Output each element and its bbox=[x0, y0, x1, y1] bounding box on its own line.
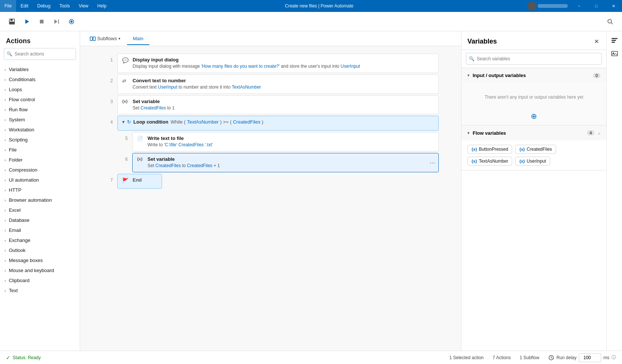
svg-rect-15 bbox=[612, 42, 615, 43]
step-card-2[interactable]: ⇄ Convert text to number Convert text Us… bbox=[117, 74, 439, 94]
svg-rect-6 bbox=[58, 19, 59, 24]
var-section-flow: ▾ Flow variables 4 ⬦ {x}ButtonPressed{x}… bbox=[461, 125, 606, 170]
close-button[interactable]: ✕ bbox=[605, 0, 622, 12]
menu-debug[interactable]: Debug bbox=[33, 0, 55, 12]
step-desc-var1-3: CreatedFiles bbox=[140, 105, 166, 111]
run-button[interactable] bbox=[21, 16, 33, 28]
side-variables-icon[interactable] bbox=[609, 34, 621, 46]
run-delay-group: Run delay ms ⓘ bbox=[548, 353, 616, 362]
subflows-icon bbox=[90, 36, 96, 42]
actions-search-icon: 🔍 bbox=[7, 51, 12, 57]
step-var1-5: CreatedFiles bbox=[178, 142, 204, 147]
var-chip-icon: {x} bbox=[472, 159, 477, 163]
search-button[interactable] bbox=[604, 16, 616, 28]
window-title: Create new files | Power Automate bbox=[111, 3, 527, 9]
var-section-flow-chevron-icon: ▾ bbox=[467, 131, 470, 135]
action-group-outlook[interactable]: ›Outlook bbox=[0, 245, 80, 255]
tab-main[interactable]: Main bbox=[127, 33, 149, 45]
step-more-button-6[interactable]: ⋯ bbox=[429, 159, 435, 166]
action-group-mouse-and-keyboard[interactable]: ›Mouse and keyboard bbox=[0, 265, 80, 275]
run-delay-input[interactable] bbox=[579, 353, 601, 362]
action-group-email[interactable]: ›Email bbox=[0, 225, 80, 235]
subflows-label: Subflows bbox=[97, 36, 117, 41]
flow-step-7: 7 🚩 End bbox=[102, 174, 439, 189]
variables-close-button[interactable]: ✕ bbox=[593, 36, 600, 47]
var-section-flow-count: 4 bbox=[587, 130, 594, 135]
var-section-io-count: 0 bbox=[593, 73, 600, 78]
menu-help[interactable]: Help bbox=[93, 0, 111, 12]
step-desc-prefix-2: Convert text bbox=[133, 84, 158, 90]
variables-search-input[interactable] bbox=[466, 53, 602, 65]
record-button[interactable] bbox=[66, 16, 77, 28]
run-delay-info-icon[interactable]: ⓘ bbox=[612, 354, 616, 361]
action-group-exchange[interactable]: ›Exchange bbox=[0, 235, 80, 245]
step-card-5[interactable]: 📄 Write text to file Write to 'C:\file' … bbox=[132, 132, 439, 151]
minimize-button[interactable]: − bbox=[571, 0, 588, 12]
svg-rect-2 bbox=[10, 22, 14, 24]
menu-file[interactable]: File bbox=[0, 0, 16, 12]
action-group-scripting[interactable]: ›Scripting bbox=[0, 135, 80, 145]
svg-rect-1 bbox=[10, 19, 13, 21]
action-group-excel[interactable]: ›Excel bbox=[0, 205, 80, 215]
var-empty-message: There aren't any input or output variabl… bbox=[467, 87, 600, 107]
action-group-variables[interactable]: ›Variables bbox=[0, 64, 80, 74]
action-group-folder[interactable]: ›Folder bbox=[0, 155, 80, 165]
action-group-flow-control[interactable]: ›Flow control bbox=[0, 95, 80, 105]
var-chip-textasnumber[interactable]: {x}TextAsNumber bbox=[467, 157, 512, 166]
var-add-button[interactable]: ⊕ bbox=[467, 112, 600, 121]
step-card-3[interactable]: {x} Set variable Set CreatedFiles to 1 bbox=[117, 95, 439, 115]
loop-var1: TextAsNumber bbox=[187, 119, 219, 125]
subflows-button[interactable]: Subflows ▾ bbox=[86, 34, 124, 43]
menu-tools[interactable]: Tools bbox=[55, 0, 74, 12]
step-card-1[interactable]: 💬 Display input dialog Display input dia… bbox=[117, 54, 439, 73]
stop-button[interactable] bbox=[36, 16, 48, 28]
action-group-system[interactable]: ›System bbox=[0, 115, 80, 125]
svg-marker-5 bbox=[54, 19, 57, 24]
step-var2-6: CreatedFiles bbox=[187, 163, 212, 168]
variables-search-container: 🔍 bbox=[461, 50, 606, 68]
loop-collapse-icon[interactable]: ▾ bbox=[122, 119, 125, 125]
action-group-run-flow[interactable]: ›Run flow bbox=[0, 105, 80, 115]
save-button[interactable] bbox=[6, 16, 18, 28]
next-step-button[interactable] bbox=[51, 16, 63, 28]
var-chip-buttonpressed[interactable]: {x}ButtonPressed bbox=[467, 145, 512, 154]
step-number-1: 1 bbox=[102, 54, 117, 63]
action-group-text[interactable]: ›Text bbox=[0, 285, 80, 296]
step-card-7-end[interactable]: 🚩 End bbox=[117, 174, 162, 189]
var-chip-userinput[interactable]: {x}UserInput bbox=[515, 157, 550, 166]
step-desc-prefix-6: Set bbox=[147, 163, 155, 168]
step-number-3: 3 bbox=[102, 95, 117, 104]
svg-rect-11 bbox=[90, 37, 92, 41]
action-group-loops[interactable]: ›Loops bbox=[0, 84, 80, 95]
menu-view[interactable]: View bbox=[74, 0, 93, 12]
side-images-icon[interactable] bbox=[609, 48, 621, 60]
var-section-flow-header[interactable]: ▾ Flow variables 4 ⬦ bbox=[461, 125, 606, 140]
step-card-4-loop[interactable]: ▾ ↻ Loop condition While ( TextAsNumber … bbox=[117, 116, 439, 131]
action-group-file[interactable]: ›File bbox=[0, 145, 80, 155]
actions-search-input[interactable] bbox=[4, 48, 76, 60]
step-desc-mid-2: to number and store it into bbox=[178, 84, 232, 90]
action-group-chevron-icon: › bbox=[4, 248, 6, 253]
action-group-chevron-icon: › bbox=[4, 158, 6, 162]
action-group-compression[interactable]: ›Compression bbox=[0, 165, 80, 175]
var-section-filter-icon[interactable]: ⬦ bbox=[597, 130, 600, 136]
step-desc-2: Convert text UserInput to number and sto… bbox=[133, 84, 434, 90]
menu-edit[interactable]: Edit bbox=[16, 0, 33, 12]
action-group-workstation[interactable]: ›Workstation bbox=[0, 125, 80, 135]
var-chip-label: ButtonPressed bbox=[479, 147, 508, 152]
step-card-6[interactable]: {x} Set variable Set CreatedFiles to Cre… bbox=[132, 153, 439, 172]
flow-step-2: 2 ⇄ Convert text to number Convert text … bbox=[102, 74, 439, 94]
maximize-button[interactable]: □ bbox=[588, 0, 605, 12]
run-delay-label: Run delay bbox=[556, 355, 577, 360]
action-group-database[interactable]: ›Database bbox=[0, 215, 80, 225]
var-section-io-header[interactable]: ▾ Input / output variables 0 bbox=[461, 68, 606, 83]
action-group-chevron-icon: › bbox=[4, 178, 6, 182]
action-group-browser-automation[interactable]: ›Browser automation bbox=[0, 195, 80, 205]
action-group-message-boxes[interactable]: ›Message boxes bbox=[0, 255, 80, 265]
action-group-http[interactable]: ›HTTP bbox=[0, 185, 80, 195]
var-chip-createdfiles[interactable]: {x}CreatedFiles bbox=[515, 145, 556, 154]
action-group-ui-automation[interactable]: ›UI automation bbox=[0, 175, 80, 185]
step-title-5: Write text to file bbox=[147, 135, 434, 141]
action-group-clipboard[interactable]: ›Clipboard bbox=[0, 275, 80, 285]
action-group-conditionals[interactable]: ›Conditionals bbox=[0, 74, 80, 84]
